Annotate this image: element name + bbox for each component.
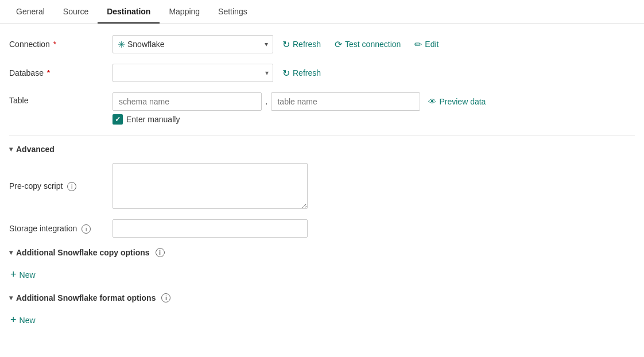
schema-input[interactable] (112, 92, 262, 111)
chevron-down-icon: ▾ (265, 40, 268, 48)
copy-options-new-row: + New (9, 266, 635, 283)
plus-icon: + (10, 269, 17, 281)
refresh-db-icon: ↻ (282, 68, 290, 79)
test-connection-icon: ⟳ (335, 39, 342, 50)
advanced-label: Advanced (16, 145, 55, 154)
preview-data-button[interactable]: 👁 Preview data (424, 95, 490, 108)
table-controls: . 👁 Preview data Enter manually (112, 92, 490, 125)
pre-copy-script-info-icon[interactable]: i (67, 182, 76, 191)
database-row: Database * ▾ ↻ Refresh (9, 64, 635, 82)
pre-copy-script-controls (112, 163, 308, 209)
table-label: Table (9, 92, 112, 105)
format-options-header[interactable]: ▾ Additional Snowflake format options i (9, 293, 635, 302)
copy-options-header[interactable]: ▾ Additional Snowflake copy options i (9, 248, 635, 257)
tab-mapping[interactable]: Mapping (160, 0, 209, 23)
dot-separator: . (265, 96, 267, 107)
copy-options-label: Additional Snowflake copy options (16, 248, 150, 257)
add-format-option-button[interactable]: + New (10, 312, 36, 328)
preview-icon: 👁 (428, 97, 436, 106)
table-inputs: . 👁 Preview data (112, 92, 490, 111)
storage-integration-controls (112, 219, 308, 238)
storage-integration-info-icon[interactable]: i (82, 224, 91, 234)
tab-settings[interactable]: Settings (209, 0, 257, 23)
refresh-connection-button[interactable]: ↻ Refresh (278, 37, 325, 52)
storage-integration-label: Storage integration i (9, 224, 112, 234)
enter-manually-row: Enter manually (112, 114, 490, 125)
pre-copy-script-label: Pre-copy script i (9, 181, 112, 191)
connection-label: Connection * (9, 40, 112, 49)
tab-general[interactable]: General (7, 0, 54, 23)
connection-value: Snowflake (127, 40, 265, 49)
plus-icon-format: + (10, 314, 17, 326)
format-options-new-row: + New (9, 312, 635, 328)
storage-integration-row: Storage integration i (9, 219, 635, 238)
pre-copy-script-row: Pre-copy script i (9, 163, 635, 209)
divider (9, 135, 635, 135)
table-name-input[interactable] (271, 92, 420, 111)
destination-content: Connection * ✳ Snowflake ▾ ↻ Refresh ⟳ T… (0, 24, 644, 350)
format-options-collapse-icon: ▾ (9, 294, 13, 302)
connection-controls: ✳ Snowflake ▾ ↻ Refresh ⟳ Test connectio… (112, 35, 443, 53)
snowflake-icon: ✳ (118, 39, 125, 50)
enter-manually-checkbox[interactable] (112, 114, 123, 125)
edit-connection-button[interactable]: ✏ Edit (410, 37, 443, 52)
copy-options-info-icon[interactable]: i (156, 248, 165, 257)
collapse-icon: ▾ (9, 145, 13, 153)
storage-integration-input[interactable] (112, 219, 308, 238)
database-controls: ▾ ↻ Refresh (112, 64, 325, 82)
tab-bar: General Source Destination Mapping Setti… (0, 0, 644, 24)
tab-source[interactable]: Source (54, 0, 98, 23)
edit-icon: ✏ (414, 39, 422, 50)
tab-destination[interactable]: Destination (98, 0, 160, 23)
add-copy-option-button[interactable]: + New (10, 266, 36, 283)
test-connection-button[interactable]: ⟳ Test connection (330, 37, 405, 52)
enter-manually-label: Enter manually (126, 115, 180, 124)
table-row: Table . 👁 Preview data Enter manually (9, 92, 635, 125)
database-label: Database * (9, 68, 112, 77)
database-select-wrapper: ▾ (112, 64, 273, 82)
format-options-info-icon[interactable]: i (161, 293, 170, 302)
database-select[interactable] (112, 64, 273, 82)
advanced-section-header[interactable]: ▾ Advanced (9, 145, 635, 154)
refresh-database-button[interactable]: ↻ Refresh (278, 65, 325, 81)
pre-copy-script-textarea[interactable] (112, 163, 308, 209)
format-options-label: Additional Snowflake format options (16, 293, 156, 302)
connection-row: Connection * ✳ Snowflake ▾ ↻ Refresh ⟳ T… (9, 35, 635, 53)
refresh-icon: ↻ (282, 39, 290, 50)
required-star: * (51, 40, 56, 49)
connection-select[interactable]: ✳ Snowflake ▾ (112, 35, 273, 53)
copy-options-collapse-icon: ▾ (9, 249, 13, 257)
required-star-db: * (45, 68, 50, 77)
